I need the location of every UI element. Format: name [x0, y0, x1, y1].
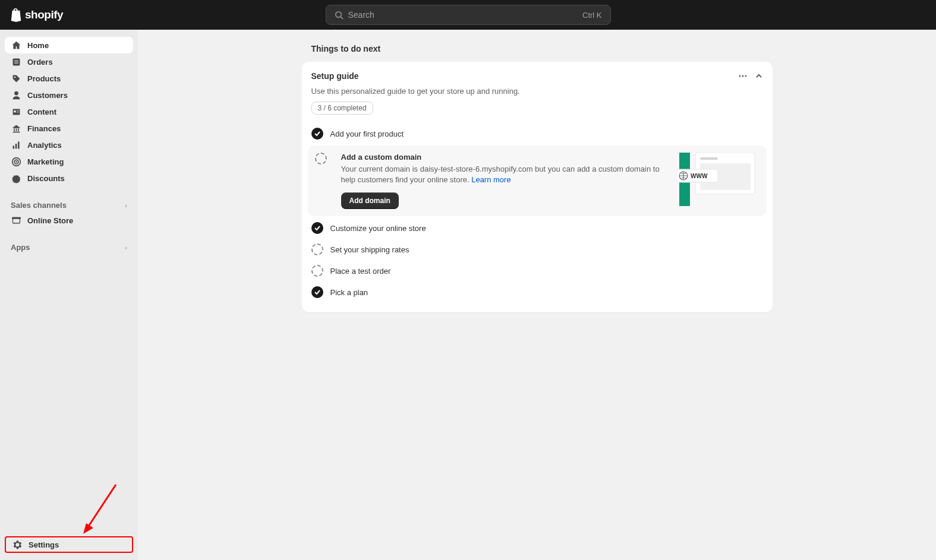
analytics-icon: [11, 140, 21, 150]
chevron-right-icon: ›: [125, 244, 127, 251]
shopify-bag-icon: [10, 8, 23, 22]
svg-point-5: [14, 91, 18, 95]
svg-rect-29: [700, 157, 718, 160]
task-pick-plan[interactable]: Pick a plan: [311, 281, 763, 303]
sidebar-item-analytics[interactable]: Analytics: [5, 137, 133, 153]
svg-rect-8: [17, 110, 18, 110]
checkmark-icon: [311, 286, 323, 298]
progress-badge: 3 / 6 completed: [311, 102, 373, 115]
task-customize[interactable]: Customize your online store: [311, 217, 763, 239]
online-store-icon: [11, 215, 21, 226]
sidebar-section-sales-channels[interactable]: Sales channels ›: [5, 196, 133, 212]
svg-rect-16: [18, 141, 20, 148]
sidebar-section-apps[interactable]: Apps ›: [5, 238, 133, 254]
svg-rect-1: [12, 58, 20, 65]
search-input[interactable]: Search Ctrl K: [326, 5, 611, 25]
nav-label: Finances: [27, 124, 61, 133]
svg-rect-10: [14, 128, 15, 131]
sidebar-item-marketing[interactable]: Marketing: [5, 153, 133, 170]
svg-point-0: [335, 11, 341, 17]
search-icon: [335, 11, 343, 20]
add-domain-button[interactable]: Add domain: [341, 192, 399, 209]
task-label: Customize your online store: [330, 224, 426, 233]
finances-icon: [11, 123, 21, 134]
learn-more-link[interactable]: Learn more: [471, 175, 510, 184]
logo-text: shopify: [25, 8, 63, 21]
logo[interactable]: shopify: [10, 8, 63, 22]
sidebar-item-customers[interactable]: Customers: [5, 87, 133, 103]
task-label: Add your first product: [330, 129, 404, 138]
svg-text:WWW: WWW: [691, 173, 708, 179]
topbar: shopify Search Ctrl K: [0, 0, 936, 30]
discounts-icon: [11, 173, 21, 183]
home-icon: [11, 40, 21, 50]
task-shipping[interactable]: Set your shipping rates: [311, 239, 763, 260]
sidebar-item-orders[interactable]: Orders: [5, 53, 133, 70]
svg-rect-9: [17, 112, 18, 112]
content-icon: [11, 106, 21, 117]
products-icon: [11, 73, 21, 84]
sidebar-item-discounts[interactable]: Discounts: [5, 170, 133, 186]
svg-line-22: [87, 485, 116, 528]
sidebar-item-products[interactable]: Products: [5, 70, 133, 87]
svg-point-19: [15, 161, 17, 163]
search-placeholder: Search: [348, 10, 583, 20]
sidebar-item-online-store[interactable]: Online Store: [5, 212, 133, 229]
incomplete-icon[interactable]: [315, 153, 327, 164]
nav-label: Settings: [29, 540, 59, 549]
sidebar-item-settings[interactable]: Settings: [5, 536, 133, 553]
svg-rect-14: [12, 145, 14, 148]
incomplete-icon: [311, 265, 323, 277]
task-add-product[interactable]: Add your first product: [311, 123, 763, 144]
nav-label: Analytics: [27, 141, 62, 150]
nav-label: Home: [27, 41, 49, 50]
task-label: Set your shipping rates: [330, 245, 409, 254]
chevron-right-icon: ›: [125, 202, 127, 209]
task-description: Your current domain is daisy-test-store-…: [341, 164, 667, 185]
task-custom-domain: Add a custom domain Your current domain …: [308, 145, 767, 216]
section-label: Apps: [11, 243, 30, 252]
svg-point-26: [745, 75, 746, 77]
search-shortcut: Ctrl K: [582, 11, 602, 20]
sidebar: Home Orders Products Customers Content F…: [0, 30, 138, 560]
orders-icon: [11, 56, 21, 67]
svg-point-25: [742, 75, 743, 77]
svg-rect-15: [15, 143, 17, 148]
sidebar-item-content[interactable]: Content: [5, 103, 133, 120]
chevron-up-icon[interactable]: [755, 72, 763, 83]
more-icon[interactable]: [738, 71, 748, 83]
svg-rect-3: [14, 62, 18, 63]
svg-rect-13: [12, 131, 20, 132]
card-subtitle: Use this personalized guide to get your …: [311, 87, 763, 96]
svg-rect-2: [14, 60, 18, 61]
nav-label: Products: [27, 74, 61, 83]
checkmark-icon: [311, 128, 323, 140]
task-test-order[interactable]: Place a test order: [311, 260, 763, 281]
sidebar-item-finances[interactable]: Finances: [5, 120, 133, 137]
incomplete-icon: [311, 243, 323, 255]
domain-illustration: WWW: [676, 153, 759, 206]
svg-rect-21: [12, 217, 20, 219]
nav-label: Customers: [27, 91, 68, 100]
main-content: Things to do next Setup guide Use this p…: [138, 30, 936, 560]
svg-marker-23: [83, 523, 93, 534]
nav-label: Orders: [27, 58, 53, 67]
nav-label: Online Store: [27, 216, 73, 225]
page-title: Things to do next: [302, 44, 773, 53]
marketing-icon: [11, 156, 21, 167]
sidebar-item-home[interactable]: Home: [5, 37, 133, 53]
customers-icon: [11, 90, 21, 100]
task-label: Place a test order: [330, 267, 391, 276]
gear-icon: [12, 539, 23, 550]
nav-label: Marketing: [27, 157, 64, 166]
nav-label: Content: [27, 107, 56, 116]
svg-rect-11: [15, 128, 17, 131]
svg-rect-7: [14, 110, 15, 112]
annotation-arrow: [80, 482, 122, 535]
task-title: Add a custom domain: [341, 153, 667, 162]
svg-point-24: [739, 75, 740, 77]
svg-point-4: [14, 76, 15, 78]
task-label: Pick a plan: [330, 288, 368, 297]
svg-rect-12: [18, 128, 19, 131]
checkmark-icon: [311, 222, 323, 234]
